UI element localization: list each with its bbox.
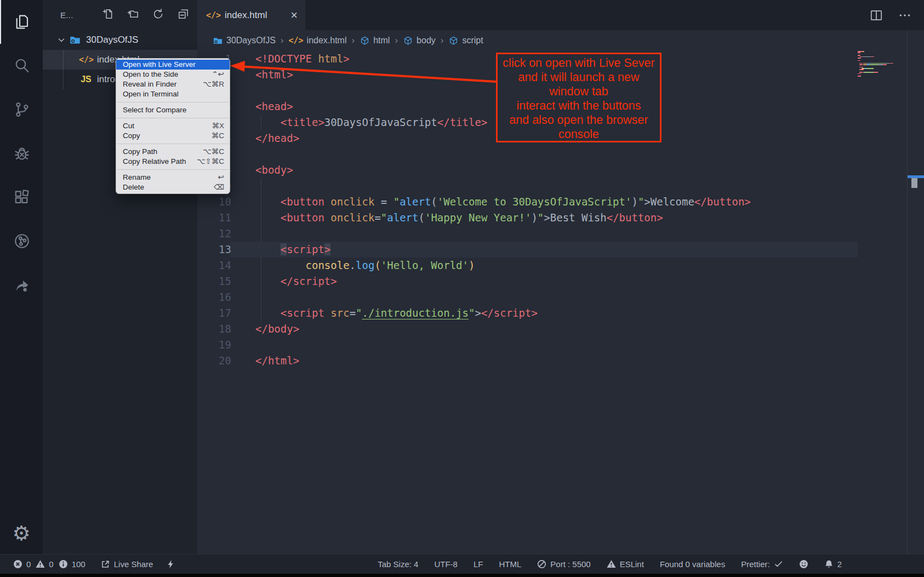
warnings-status[interactable]: 0 — [36, 559, 53, 569]
line-number: 12 — [197, 226, 231, 242]
code-line-13: 13 <script> — [197, 242, 924, 258]
line-number: 16 — [197, 289, 231, 305]
menu-shortcut: ↩ — [218, 173, 224, 182]
activity-item-extensions[interactable] — [0, 175, 43, 219]
menu-item-select-for-compare[interactable]: Select for Compare — [116, 105, 230, 115]
menu-item-open-to-the-side[interactable]: Open to the Side⌃↩ — [116, 70, 230, 79]
line-number: 20 — [197, 353, 231, 369]
menu-item-open-in-terminal[interactable]: Open in Terminal — [116, 89, 230, 99]
line-number: 11 — [197, 210, 231, 226]
breadcrumbs: 30DaysOfJS›</>index.html›html›body›scrip… — [197, 30, 924, 51]
status-tab-size-4[interactable]: Tab Size: 4 — [378, 559, 418, 569]
html-file-icon: </> — [288, 36, 303, 45]
menu-shortcut: ⌘X — [212, 121, 224, 131]
code-line-15: 15 </script> — [197, 273, 924, 289]
line-number: 15 — [197, 273, 231, 289]
editor-actions — [869, 0, 924, 30]
folder-icon — [69, 34, 81, 46]
code-line-14: 14 console.log('Hello, World') — [197, 258, 924, 273]
menu-shortcut: ⌥⇧⌘C — [197, 157, 224, 167]
menu-item-open-with-live-server[interactable]: Open with Live Server — [116, 60, 230, 70]
breadcrumb-index-html[interactable]: </>index.html — [288, 36, 346, 45]
menu-item-cut[interactable]: Cut⌘X — [116, 121, 230, 131]
split-editor-icon[interactable] — [869, 8, 883, 22]
tab-index-html[interactable]: </> index.html × — [197, 0, 305, 30]
code-line-10: 10 <button onclick = "alert('Welcome to … — [197, 194, 924, 210]
errors-status[interactable]: 0 — [13, 559, 31, 569]
live-share-status[interactable]: Live Share — [101, 559, 153, 569]
activity-item-live-share[interactable] — [0, 219, 43, 263]
annotation-box: click on open with Live Severand it will… — [496, 53, 661, 142]
lightning-status[interactable] — [166, 559, 175, 569]
new-folder-icon[interactable] — [127, 8, 139, 22]
status-lf[interactable]: LF — [474, 559, 483, 569]
status-right: Tab Size: 4UTF-8LFHTMLPort : 5500ESLintF… — [378, 559, 842, 569]
menu-item-rename[interactable]: Rename↩ — [116, 173, 230, 182]
more-actions-icon[interactable] — [898, 8, 912, 22]
menu-shortcut: ⌥⌘R — [203, 79, 224, 89]
menu-item-copy-path[interactable]: Copy Path⌥⌘C — [116, 147, 230, 157]
breadcrumb-30daysofjs[interactable]: 30DaysOfJS — [213, 36, 276, 46]
activity-item-search[interactable] — [0, 44, 43, 88]
status-port-5500[interactable]: Port : 5500 — [537, 559, 590, 569]
activity-item-publish[interactable] — [0, 263, 43, 307]
status-eslint[interactable]: ESLint — [607, 559, 644, 569]
menu-item-copy-relative-path[interactable]: Copy Relative Path⌥⇧⌘C — [116, 157, 230, 167]
menu-item-copy[interactable]: Copy⌘C — [116, 131, 230, 141]
folder-label: 30DaysOfJS — [86, 35, 138, 45]
status-prettier-[interactable]: Prettier: — [741, 559, 783, 569]
annotation-line: window tab — [498, 84, 660, 99]
menu-item-reveal-in-finder[interactable]: Reveal in Finder⌥⌘R — [116, 79, 230, 89]
overview-ruler[interactable] — [907, 30, 924, 554]
info-status[interactable]: 100 — [59, 559, 85, 569]
status-utf-8[interactable]: UTF-8 — [434, 559, 458, 569]
activity-item-explorer[interactable] — [0, 0, 43, 44]
tab-bar: </> index.html × — [197, 0, 924, 30]
collapse-folders-icon[interactable] — [177, 8, 190, 22]
noentry-icon — [537, 559, 546, 569]
status-found-0-variables[interactable]: Found 0 variables — [660, 559, 725, 569]
activity-item-source-control[interactable] — [0, 88, 43, 132]
code-line-7: 7 — [197, 146, 924, 162]
vscode-window: ⚙ E... 30DaysOfJS</>index.htmlJSintroduc… — [0, 0, 924, 577]
menu-separator — [117, 118, 229, 118]
new-file-icon[interactable] — [101, 8, 114, 22]
menu-separator — [117, 102, 229, 102]
breadcrumb-body[interactable]: body — [403, 36, 436, 46]
breadcrumb-script[interactable]: script — [448, 36, 483, 46]
cube-icon — [360, 36, 370, 46]
annotation-line: interact with the buttons — [498, 99, 660, 113]
code-line-16: 16 — [197, 289, 924, 305]
explorer-toolbar — [101, 8, 190, 22]
code-line-17: 17 <script src="./introduction.js"></scr… — [197, 305, 924, 321]
menu-shortcut: ⌫ — [214, 182, 224, 192]
refresh-icon[interactable] — [152, 8, 164, 22]
code-line-12: 12 — [197, 226, 924, 242]
share-icon — [101, 559, 110, 569]
menu-shortcut: ⌥⌘C — [203, 147, 224, 157]
tree-folder-30daysofjs[interactable]: 30DaysOfJS — [43, 30, 197, 50]
code-line-9: 9 — [197, 178, 924, 194]
line-number: 13 — [197, 242, 231, 258]
status-html[interactable]: HTML — [499, 559, 521, 569]
problems-group[interactable]: 0 0 100 — [13, 559, 85, 569]
minimap[interactable] — [858, 51, 907, 77]
scrollbar-thumb[interactable] — [911, 178, 917, 188]
tab-label: index.html — [225, 10, 267, 21]
line-number: 14 — [197, 258, 231, 273]
html-file-icon: </> — [206, 10, 220, 20]
folder-icon — [213, 36, 223, 46]
settings-gear-icon[interactable]: ⚙ — [0, 512, 43, 554]
breadcrumb-separator: › — [395, 35, 398, 46]
close-tab-icon[interactable]: × — [290, 9, 298, 21]
breadcrumb-html[interactable]: html — [360, 36, 390, 46]
menu-item-delete[interactable]: Delete⌫ — [116, 182, 230, 192]
status-icon[interactable] — [799, 559, 808, 569]
status-bar: 0 0 100 Live Share Tab Size: 4UTF-8LFHTM… — [0, 554, 924, 574]
annotation-line: click on open with Live Sever — [498, 56, 660, 70]
activity-item-run-debug[interactable] — [0, 132, 43, 175]
breadcrumb-separator: › — [352, 35, 355, 46]
error-icon — [13, 559, 22, 569]
status-2[interactable]: 2 — [824, 559, 842, 569]
check-icon — [774, 559, 783, 569]
